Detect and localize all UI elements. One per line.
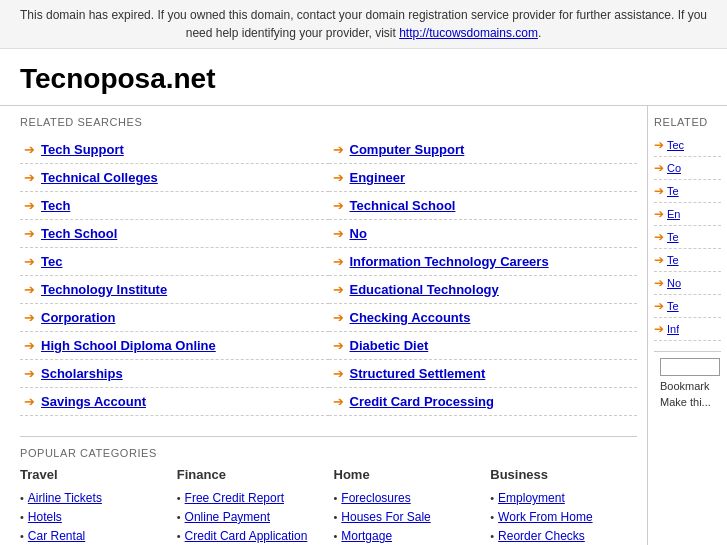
- arrow-icon: ➔: [333, 366, 344, 381]
- search-item-right: ➔Information Technology Careers: [329, 248, 638, 276]
- search-link[interactable]: No: [350, 226, 367, 241]
- arrow-icon: ➔: [24, 226, 35, 241]
- arrow-icon: ➔: [333, 198, 344, 213]
- popular-col-title: Travel: [20, 467, 167, 482]
- popular-col: TravelAirline TicketsHotelsCar Rental: [20, 467, 167, 545]
- sidebar-link[interactable]: No: [667, 277, 681, 289]
- popular-col-title: Home: [334, 467, 481, 482]
- search-item-left: ➔Tech School: [20, 220, 329, 248]
- arrow-icon: ➔: [24, 198, 35, 213]
- sidebar-link[interactable]: En: [667, 208, 680, 220]
- list-item: ➔Tec: [654, 134, 721, 157]
- search-link[interactable]: Structured Settlement: [350, 366, 486, 381]
- search-link[interactable]: Diabetic Diet: [350, 338, 429, 353]
- list-item: Hotels: [20, 507, 167, 526]
- popular-col: HomeForeclosuresHouses For SaleMortgage: [334, 467, 481, 545]
- list-item: ➔En: [654, 203, 721, 226]
- search-link[interactable]: High School Diploma Online: [41, 338, 216, 353]
- popular-link[interactable]: Houses For Sale: [341, 510, 430, 524]
- arrow-icon: ➔: [24, 366, 35, 381]
- arrow-icon: ➔: [333, 170, 344, 185]
- search-item-left: ➔Scholarships: [20, 360, 329, 388]
- search-link[interactable]: Scholarships: [41, 366, 123, 381]
- popular-link[interactable]: Foreclosures: [341, 491, 410, 505]
- search-link[interactable]: Tech Support: [41, 142, 124, 157]
- right-sidebar-links: ➔Tec➔Co➔Te➔En➔Te➔Te➔No➔Te➔Inf: [654, 134, 721, 341]
- list-item: Mortgage: [334, 526, 481, 545]
- arrow-icon: ➔: [654, 161, 664, 175]
- search-link[interactable]: Tech School: [41, 226, 117, 241]
- sidebar-link[interactable]: Te: [667, 185, 679, 197]
- popular-col: FinanceFree Credit ReportOnline PaymentC…: [177, 467, 324, 545]
- search-input[interactable]: [660, 358, 720, 376]
- search-link[interactable]: Checking Accounts: [350, 310, 471, 325]
- related-searches-label: RELATED SEARCHES: [20, 116, 637, 128]
- search-link[interactable]: Savings Account: [41, 394, 146, 409]
- sidebar-link[interactable]: Te: [667, 254, 679, 266]
- list-item: Employment: [490, 488, 637, 507]
- popular-link[interactable]: Free Credit Report: [185, 491, 284, 505]
- site-title: Tecnoposa.net: [0, 49, 727, 106]
- popular-link[interactable]: Car Rental: [28, 529, 85, 543]
- popular-link[interactable]: Work From Home: [498, 510, 592, 524]
- search-link[interactable]: Information Technology Careers: [350, 254, 549, 269]
- search-item-left: ➔High School Diploma Online: [20, 332, 329, 360]
- popular-link[interactable]: Credit Card Application: [185, 529, 308, 543]
- notice-link[interactable]: http://tucowsdomains.com: [399, 26, 538, 40]
- list-item: ➔Co: [654, 157, 721, 180]
- popular-link[interactable]: Mortgage: [341, 529, 392, 543]
- search-item-right: ➔Diabetic Diet: [329, 332, 638, 360]
- search-link[interactable]: Corporation: [41, 310, 115, 325]
- list-item: Car Rental: [20, 526, 167, 545]
- popular-link[interactable]: Employment: [498, 491, 565, 505]
- list-item: Free Credit Report: [177, 488, 324, 507]
- search-link[interactable]: Technical Colleges: [41, 170, 158, 185]
- search-item-left: ➔Technical Colleges: [20, 164, 329, 192]
- search-link[interactable]: Engineer: [350, 170, 406, 185]
- notice-bar: This domain has expired. If you owned th…: [0, 0, 727, 49]
- sidebar-link[interactable]: Te: [667, 231, 679, 243]
- arrow-icon: ➔: [24, 282, 35, 297]
- search-item-right: ➔Checking Accounts: [329, 304, 638, 332]
- arrow-icon: ➔: [654, 276, 664, 290]
- search-item-right: ➔Computer Support: [329, 136, 638, 164]
- arrow-icon: ➔: [24, 310, 35, 325]
- popular-link[interactable]: Reorder Checks: [498, 529, 585, 543]
- searches-right-col: ➔Computer Support➔Engineer➔Technical Sch…: [329, 136, 638, 416]
- popular-grid: TravelAirline TicketsHotelsCar RentalFin…: [20, 467, 637, 545]
- searches-left-col: ➔Tech Support➔Technical Colleges➔Tech➔Te…: [20, 136, 329, 416]
- popular-label: POPULAR CATEGORIES: [20, 447, 637, 459]
- sidebar-link[interactable]: Tec: [667, 139, 684, 151]
- search-item-left: ➔Technology Institute: [20, 276, 329, 304]
- arrow-icon: ➔: [24, 394, 35, 409]
- search-link[interactable]: Technology Institute: [41, 282, 167, 297]
- sidebar-link[interactable]: Co: [667, 162, 681, 174]
- arrow-icon: ➔: [654, 322, 664, 336]
- popular-col-title: Finance: [177, 467, 324, 482]
- arrow-icon: ➔: [333, 226, 344, 241]
- search-link[interactable]: Technical School: [350, 198, 456, 213]
- list-item: Airline Tickets: [20, 488, 167, 507]
- popular-link[interactable]: Airline Tickets: [28, 491, 102, 505]
- search-item-right: ➔Technical School: [329, 192, 638, 220]
- arrow-icon: ➔: [333, 310, 344, 325]
- popular-link[interactable]: Online Payment: [185, 510, 270, 524]
- list-item: Houses For Sale: [334, 507, 481, 526]
- search-item-right: ➔Structured Settlement: [329, 360, 638, 388]
- popular-link[interactable]: Hotels: [28, 510, 62, 524]
- bottom-right-tools: Bookmark Make thi...: [654, 351, 721, 414]
- list-item: Work From Home: [490, 507, 637, 526]
- popular-section: POPULAR CATEGORIES TravelAirline Tickets…: [20, 436, 637, 545]
- search-link[interactable]: Computer Support: [350, 142, 465, 157]
- search-item-left: ➔Tech Support: [20, 136, 329, 164]
- sidebar-link[interactable]: Inf: [667, 323, 679, 335]
- search-link[interactable]: Credit Card Processing: [350, 394, 495, 409]
- search-link[interactable]: Tech: [41, 198, 70, 213]
- sidebar-link[interactable]: Te: [667, 300, 679, 312]
- list-item: Online Payment: [177, 507, 324, 526]
- list-item: ➔Te: [654, 249, 721, 272]
- search-link[interactable]: Educational Technology: [350, 282, 499, 297]
- notice-text: This domain has expired. If you owned th…: [20, 8, 707, 40]
- search-link[interactable]: Tec: [41, 254, 62, 269]
- arrow-icon: ➔: [24, 254, 35, 269]
